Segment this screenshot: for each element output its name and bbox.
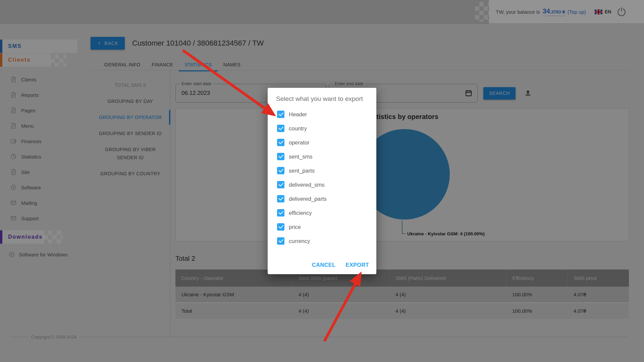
option-label: sent_sms <box>289 154 313 160</box>
option-label: currency <box>289 238 310 244</box>
option-label: Header <box>289 111 307 118</box>
option-label: delivered_sms <box>289 182 324 188</box>
export-options-list: Header country operator sent_sms sent_pa… <box>277 111 327 245</box>
app-window: TW, your balance is 34,3783 ₴ (Top up) E… <box>0 0 644 362</box>
export-option-sent-parts[interactable]: sent_parts <box>277 167 327 174</box>
checkbox-checked[interactable] <box>277 139 284 146</box>
option-label: operator <box>289 139 309 146</box>
option-label: price <box>289 224 301 230</box>
export-option-sent-sms[interactable]: sent_sms <box>277 153 327 160</box>
cancel-button[interactable]: CANCEL <box>312 262 336 268</box>
export-dialog-title: Select what you want to export <box>276 95 363 103</box>
export-option-price[interactable]: price <box>277 223 327 231</box>
checkbox-checked[interactable] <box>277 153 284 160</box>
export-option-delivered-parts[interactable]: delivered_parts <box>277 195 327 202</box>
export-option-efficiency[interactable]: efficiency <box>277 209 327 217</box>
export-option-header[interactable]: Header <box>277 111 327 118</box>
checkbox-checked[interactable] <box>277 111 284 118</box>
export-button[interactable]: EXPORT <box>345 262 369 268</box>
export-option-country[interactable]: country <box>277 125 327 132</box>
option-label: delivered_parts <box>289 196 327 202</box>
checkbox-checked[interactable] <box>277 223 284 231</box>
checkbox-checked[interactable] <box>277 167 284 174</box>
export-option-currency[interactable]: currency <box>277 237 327 245</box>
option-label: country <box>289 125 307 132</box>
checkbox-checked[interactable] <box>277 181 284 188</box>
checkbox-checked[interactable] <box>277 195 284 202</box>
checkbox-checked[interactable] <box>277 209 284 217</box>
dialog-actions: CANCEL EXPORT <box>312 262 369 268</box>
checkbox-checked[interactable] <box>277 125 284 132</box>
export-option-delivered-sms[interactable]: delivered_sms <box>277 181 327 188</box>
export-dialog: Select what you want to export Header co… <box>268 88 376 274</box>
option-label: efficiency <box>289 210 312 216</box>
export-option-operator[interactable]: operator <box>277 139 327 146</box>
option-label: sent_parts <box>289 168 315 174</box>
checkbox-checked[interactable] <box>277 237 284 245</box>
